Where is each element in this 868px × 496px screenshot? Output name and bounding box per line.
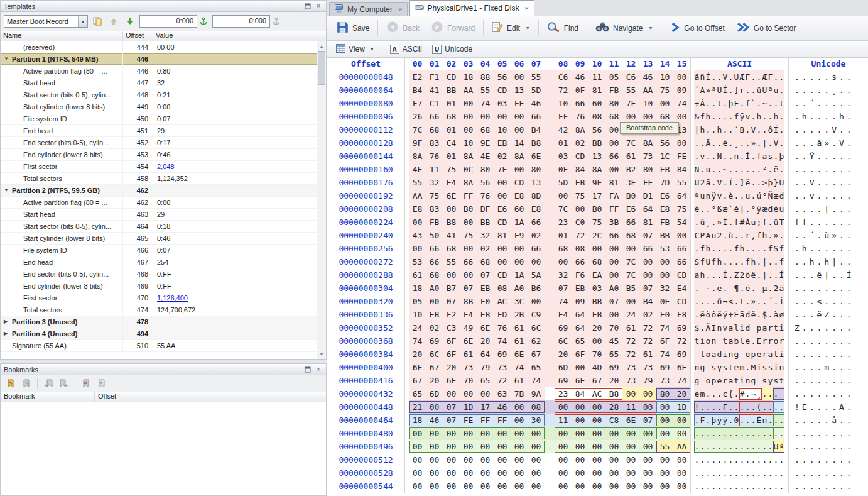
ascii-char-cell[interactable]: . (779, 70, 784, 84)
ascii-char-cell[interactable]: i (739, 321, 745, 334)
hex-byte-cell[interactable]: B0 (589, 202, 605, 216)
hex-byte-cell[interactable]: 7D (656, 176, 673, 189)
ascii-char-cell[interactable]: . (745, 242, 751, 255)
hex-byte-cell[interactable]: 24 (622, 308, 639, 321)
hex-byte-cell[interactable]: 00 (409, 242, 426, 255)
unicode-text[interactable]: ..Ÿ..... (788, 150, 868, 163)
ascii-char-cell[interactable]: . (745, 295, 751, 308)
template-field-row[interactable]: File system ID4660:07 (1, 245, 326, 256)
hex-byte-cell[interactable]: 00 (622, 295, 639, 308)
hex-byte-cell[interactable]: 00 (673, 136, 690, 150)
ascii-char-cell[interactable]: M (751, 361, 756, 374)
hex-byte-cell[interactable]: 66 (639, 242, 656, 255)
ascii-char-cell[interactable]: Æ (739, 70, 745, 84)
hex-byte-cell[interactable]: 45 (605, 334, 622, 348)
template-field-row[interactable]: Total sectors474124,700,672 (1, 304, 326, 316)
ascii-char-cell[interactable]: u (745, 189, 751, 202)
hex-byte-cell[interactable]: 00 (622, 440, 639, 453)
ascii-char-cell[interactable]: U (705, 255, 711, 268)
ascii-char-cell[interactable]: . (717, 136, 722, 150)
hex-byte-cell[interactable]: 00 (589, 334, 605, 348)
ascii-char-cell[interactable]: n (711, 334, 717, 348)
ascii-char-cell[interactable]: þ (779, 150, 784, 163)
ascii-char-cell[interactable]: . (739, 255, 745, 268)
ascii-char-cell[interactable]: ( (756, 400, 762, 414)
ascii-char-cell[interactable]: . (751, 110, 756, 123)
ascii-char-cell[interactable]: . (768, 229, 773, 242)
hex-byte-cell[interactable]: 3C (511, 295, 528, 308)
hex-byte-cell[interactable]: 73 (460, 361, 477, 374)
ascii-char-cell[interactable]: . (722, 453, 728, 466)
hex-byte-cell[interactable]: 07 (605, 295, 622, 308)
hex-byte-cell[interactable]: 00 (511, 163, 528, 176)
hex-byte-cell[interactable]: 68 (477, 255, 494, 268)
hex-byte-cell[interactable]: 07 (477, 268, 494, 282)
ascii-char-cell[interactable]: ¸ (734, 136, 739, 150)
hex-byte-cell[interactable]: 00 (572, 400, 589, 414)
hex-byte-cell[interactable]: 7C (622, 268, 639, 282)
hex-byte-cell[interactable]: 1A (511, 216, 528, 229)
ascii-char-cell[interactable]: . (711, 150, 717, 163)
hex-byte-cell[interactable]: 60 (511, 202, 528, 216)
unicode-text[interactable]: ........ (788, 387, 868, 400)
hex-byte-cell[interactable]: 66 (622, 216, 639, 229)
ascii-char-cell[interactable]: . (779, 480, 784, 493)
ascii-char-cell[interactable]: . (739, 282, 745, 295)
ascii-char-cell[interactable]: l (700, 348, 705, 361)
ascii-char-cell[interactable]: E (756, 334, 762, 348)
ascii-char-cell[interactable]: $ (762, 308, 768, 321)
ascii-char-cell[interactable]: o (745, 348, 751, 361)
ascii-char-cell[interactable]: d (768, 202, 773, 216)
hex-byte-cell[interactable]: 00 (555, 427, 572, 440)
hex-byte-cell[interactable]: B6 (528, 282, 545, 295)
hex-byte-cell[interactable]: AA (460, 84, 477, 97)
hex-byte-cell[interactable]: 43 (409, 229, 426, 242)
template-field-row[interactable]: Start head44732 (1, 77, 326, 89)
hex-byte-cell[interactable]: 00 (460, 453, 477, 466)
unicode-text[interactable]: ........ (788, 348, 868, 361)
template-field-row[interactable]: End cylinder (lower 8 bits)4530:46 (1, 149, 326, 161)
hex-byte-cell[interactable]: 80 (639, 163, 656, 176)
ascii-char-cell[interactable]: . (779, 163, 784, 176)
unicode-text[interactable]: ...ê|..Í (788, 268, 868, 282)
ascii-char-cell[interactable]: . (768, 268, 773, 282)
unicode-text[interactable]: .h...... (788, 242, 868, 255)
hex-byte-cell[interactable]: 74 (528, 374, 545, 387)
ascii-char-cell[interactable]: t (722, 334, 728, 348)
hex-byte-cell[interactable]: 05 (409, 295, 426, 308)
ascii-char-cell[interactable]: n (717, 321, 722, 334)
hex-byte-cell[interactable]: 75 (589, 216, 605, 229)
hex-byte-cell[interactable]: 72 (673, 334, 690, 348)
ascii-char-cell[interactable]: . (705, 440, 711, 453)
hex-byte-cell[interactable]: 61 (460, 348, 477, 361)
hex-byte-cell[interactable]: 00 (426, 453, 443, 466)
apply-template-button[interactable] (90, 14, 104, 28)
ascii-char-cell[interactable]: . (694, 466, 700, 480)
ascii-char-cell[interactable]: . (722, 282, 728, 295)
ascii-char-cell[interactable]: . (705, 400, 711, 414)
hex-byte-cell[interactable]: 00 (426, 400, 443, 414)
hex-byte-cell[interactable]: FE (639, 176, 656, 189)
ascii-char-cell[interactable]: . (739, 427, 745, 440)
ascii-char-cell[interactable]: . (711, 400, 717, 414)
hex-byte-cell[interactable]: 81 (494, 229, 511, 242)
ascii-char-cell[interactable]: h (700, 123, 705, 136)
hex-byte-cell[interactable]: 55 (477, 84, 494, 97)
ascii-char-cell[interactable]: $ (694, 321, 700, 334)
ascii-char-cell[interactable]: | (739, 202, 745, 216)
ascii-char-cell[interactable]: g (694, 374, 700, 387)
ascii-char-cell[interactable]: . (739, 440, 745, 453)
hex-byte-cell[interactable]: 00 (443, 466, 460, 480)
ascii-char-cell[interactable]: t (734, 374, 739, 387)
ascii-char-cell[interactable]: . (717, 400, 722, 414)
hex-byte-cell[interactable]: 62 (528, 334, 545, 348)
hex-byte-cell[interactable]: 75 (673, 202, 690, 216)
hex-byte-cell[interactable]: 69 (555, 374, 572, 387)
ascii-char-cell[interactable]: . (734, 453, 739, 466)
find-button[interactable]: Find (541, 18, 584, 38)
ascii-char-cell[interactable]: f (756, 229, 762, 242)
ascii-char-cell[interactable]: . (722, 427, 728, 440)
ascii-char-cell[interactable]: . (756, 176, 762, 189)
add-bookmark-button[interactable] (4, 377, 18, 390)
hex-byte-cell[interactable]: FB (656, 216, 673, 229)
